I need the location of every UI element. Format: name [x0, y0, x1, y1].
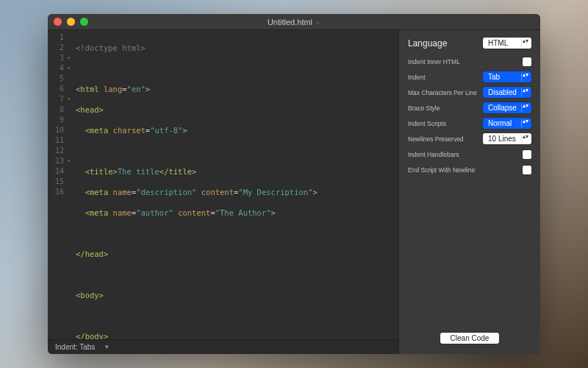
code-text: > [182, 126, 187, 135]
code-text: content [201, 188, 234, 197]
chevron-updown-icon: ▴▾ [523, 73, 528, 77]
line-number: 10 [48, 125, 64, 135]
option-indent-scripts: Indent Scripts Normal ▴▾ [408, 118, 531, 129]
code-text: <meta [85, 208, 113, 217]
option-indent: Indent Tab ▴▾ [408, 71, 531, 82]
line-gutter: 1 2 3 4 5 6 7 8 9 10 11 12 13 14 15 16 [48, 30, 68, 339]
select-value: Tab [488, 73, 500, 81]
code-text: lang [104, 85, 122, 93]
option-indent-handlebars: Indent Handlebars [408, 149, 531, 160]
code-text: charset [113, 126, 146, 135]
traffic-lights [48, 18, 88, 26]
code-area[interactable]: <!doctype html> <html lang="en"> <head> … [68, 30, 398, 339]
option-label: Indent Scripts [408, 120, 483, 127]
code-text: "My Description" [238, 188, 312, 197]
option-label: Indent [408, 74, 483, 81]
sidebar-heading: Language [408, 38, 447, 49]
titlebar[interactable]: Untitled.html ⌄ [48, 14, 540, 30]
indent-select[interactable]: Tab ▴▾ [483, 71, 531, 82]
close-icon[interactable] [54, 18, 62, 26]
option-label: Indent Inner HTML [408, 58, 523, 66]
code-text: <title> [85, 167, 118, 176]
line-number[interactable]: 4 [48, 63, 64, 74]
title-text: Untitled.html [268, 18, 312, 26]
select-value: Disabled [488, 88, 517, 96]
option-label: Newlines Preserved [408, 135, 483, 143]
line-number[interactable]: 7 [48, 94, 64, 105]
option-indent-inner-html: Indent Inner HTML [408, 56, 531, 67]
line-number: 14 [48, 166, 64, 177]
indent-mode[interactable]: Indent: Tabs [55, 343, 95, 351]
line-number: 8 [48, 105, 64, 115]
chevron-updown-icon: ▴▾ [523, 135, 528, 138]
option-label: Brace Style [408, 105, 483, 112]
line-number: 5 [48, 74, 64, 84]
code-text: <meta [85, 188, 113, 197]
line-number: 6 [48, 84, 64, 94]
code-text: "utf-8" [150, 126, 182, 135]
brace-style-select[interactable]: Collapse ▴▾ [483, 102, 531, 113]
minimize-icon[interactable] [67, 18, 75, 26]
app-window: Untitled.html ⌄ 1 2 3 4 5 6 7 8 9 10 11 … [48, 14, 540, 354]
checkbox[interactable] [523, 150, 531, 159]
indent-scripts-select[interactable]: Normal ▴▾ [483, 118, 531, 129]
sidebar-header: Language HTML ▴▾ [408, 38, 531, 49]
select-value: HTML [488, 39, 508, 47]
line-number: 12 [48, 146, 64, 156]
code-text: <head> [76, 105, 104, 114]
code-text: content [178, 208, 210, 217]
checkbox[interactable] [523, 57, 531, 66]
code-text: </body> [76, 332, 108, 339]
option-label: Indent Handlebars [408, 151, 523, 158]
newlines-preserved-select[interactable]: 10 Lines ▴▾ [483, 133, 531, 144]
spacer [408, 180, 531, 333]
clean-code-button[interactable]: Clean Code [440, 333, 500, 344]
chevron-updown-icon: ▴▾ [523, 39, 528, 43]
code-text: "description" [136, 188, 196, 197]
chevron-updown-icon: ▴▾ [523, 88, 528, 92]
code-text: <body> [76, 291, 104, 300]
code-text: <html [76, 85, 104, 93]
code-text: "author" [136, 208, 173, 217]
line-number: 15 [48, 177, 64, 187]
line-number[interactable]: 13 [48, 156, 64, 166]
editor[interactable]: 1 2 3 4 5 6 7 8 9 10 11 12 13 14 15 16 [48, 30, 398, 339]
chevron-down-icon[interactable]: ⌄ [315, 18, 320, 25]
option-end-script-newline: End Script With Newline [408, 164, 531, 175]
checkbox[interactable] [523, 166, 531, 174]
chevron-updown-icon: ▴▾ [523, 119, 528, 123]
option-label: End Script With Newline [408, 166, 523, 174]
language-select[interactable]: HTML ▴▾ [483, 38, 531, 49]
line-number: 2 [48, 43, 64, 53]
code-text: > [271, 208, 276, 217]
select-value: Normal [488, 119, 512, 127]
line-number: 9 [48, 115, 64, 125]
line-number: 11 [48, 135, 64, 146]
code-text: "en" [127, 85, 146, 93]
content-area: 1 2 3 4 5 6 7 8 9 10 11 12 13 14 15 16 [48, 30, 540, 354]
code-text: > [312, 188, 317, 197]
line-number[interactable]: 3 [48, 53, 64, 63]
option-max-chars: Max Characters Per Line Disabled ▴▾ [408, 87, 531, 98]
settings-sidebar: Language HTML ▴▾ Indent Inner HTML Inden… [398, 30, 540, 354]
code-text: "The Author" [215, 208, 271, 217]
statusbar: Indent: Tabs ▼ [48, 339, 398, 354]
select-value: 10 Lines [488, 135, 516, 143]
chevron-updown-icon: ▴▾ [523, 104, 528, 107]
line-number: 16 [48, 187, 64, 197]
code-text: The title [118, 167, 159, 176]
code-text: </head> [76, 250, 108, 258]
window-title: Untitled.html ⌄ [48, 18, 540, 26]
select-value: Collapse [488, 104, 517, 112]
option-label: Max Characters Per Line [408, 89, 483, 96]
line-number: 1 [48, 32, 64, 43]
code-text: <meta [85, 126, 113, 135]
zoom-icon[interactable] [80, 18, 88, 26]
max-chars-select[interactable]: Disabled ▴▾ [483, 87, 531, 98]
code-text: <!doctype html> [76, 43, 146, 52]
option-newlines-preserved: Newlines Preserved 10 Lines ▴▾ [408, 133, 531, 144]
chevron-down-icon[interactable]: ▼ [104, 344, 110, 350]
code-text: name [113, 208, 132, 217]
code-text: name [113, 188, 132, 197]
editor-pane: 1 2 3 4 5 6 7 8 9 10 11 12 13 14 15 16 [48, 30, 398, 354]
